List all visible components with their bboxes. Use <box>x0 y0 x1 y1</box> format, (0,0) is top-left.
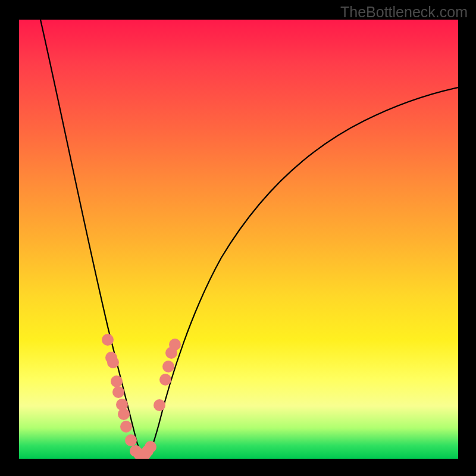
watermark-text: TheBottleneck.com <box>340 4 468 21</box>
plot-area <box>19 20 458 459</box>
chart-frame: TheBottleneck.com <box>0 0 476 476</box>
